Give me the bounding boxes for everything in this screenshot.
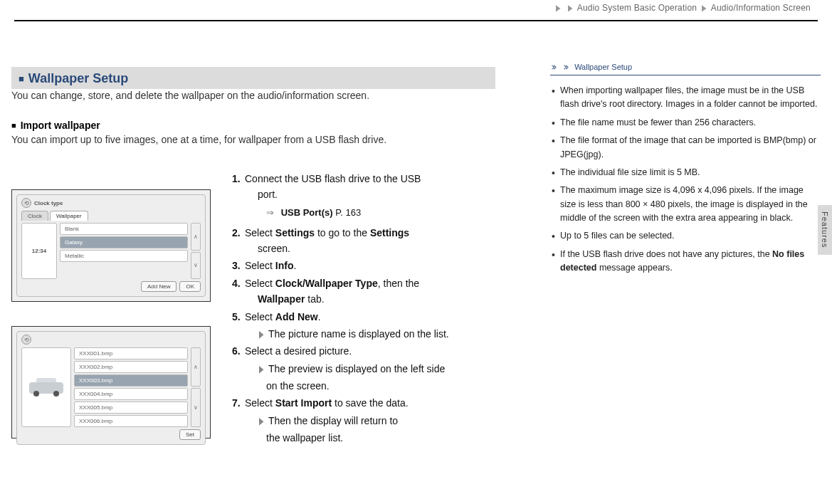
side-bullet: Up to 5 files can be selected. xyxy=(550,229,821,243)
shot1-add-new-button: Add New xyxy=(141,281,177,292)
side-bullet: The maximum image size is 4,096 x 4,096 … xyxy=(550,184,821,225)
breadcrumb-seg-1: Audio System Basic Operation xyxy=(577,3,697,13)
header-rule xyxy=(0,20,832,21)
shot1-row-metallic: Metallic xyxy=(60,250,188,262)
screenshots-column: ⟲ Clock type Clock Wallpaper 12:34 Blank… xyxy=(11,189,218,493)
s7b: Start Import xyxy=(275,397,332,409)
s2d: screen. xyxy=(245,241,502,256)
shot2-preview xyxy=(21,347,71,427)
shot1-tab-wallpaper: Wallpaper xyxy=(50,211,88,221)
s2b2: Settings xyxy=(370,227,409,238)
screenshot-wallpaper-type: ⟲ Clock type Clock Wallpaper 12:34 Blank… xyxy=(11,189,211,302)
clock-value: 12:34 xyxy=(32,248,46,254)
shot2-row: XXX005.bmp xyxy=(74,401,188,414)
link-usb-ports[interactable]: ⇒ USB Port(s) P. 163 xyxy=(245,206,502,221)
step-6: Select a desired picture. ▶The preview i… xyxy=(232,343,502,394)
side-notes: ≫ ≫ Wallpaper Setup When importing wallp… xyxy=(550,63,821,493)
side-title: Wallpaper Setup xyxy=(574,63,632,71)
step-1b: port. xyxy=(245,187,502,202)
shot1-preview: 12:34 xyxy=(21,223,57,279)
steps-list: Connect the USB flash drive to the USB p… xyxy=(232,171,502,448)
s3a: Select xyxy=(245,260,275,271)
s2c: to go to the xyxy=(315,227,370,238)
s6sub-b: on the screen. xyxy=(245,378,502,394)
triangle-icon: ▶ xyxy=(259,413,264,429)
chevron-icon: ≫ xyxy=(564,63,569,72)
s4c: , then the xyxy=(378,278,419,289)
chevron-icon: ▶ xyxy=(556,3,560,13)
step-4: Select Clock/Wallpaper Type, then the Wa… xyxy=(232,275,502,308)
step-2: Select Settings to go to the Settings sc… xyxy=(232,225,502,257)
scroll-up-icon: ∧ xyxy=(191,223,201,251)
vehicle-icon xyxy=(26,377,66,398)
breadcrumb: ▶ ▶ Audio System Basic Operation ▶ Audio… xyxy=(554,3,811,13)
triangle-icon: ▶ xyxy=(259,326,264,342)
breadcrumb-seg-2: Audio/Information Screen xyxy=(711,3,811,13)
step-1: Connect the USB flash drive to the USB p… xyxy=(232,171,502,221)
shot2-row: XXX003.bmp xyxy=(74,374,188,387)
scroll-down-icon: ∨ xyxy=(191,252,201,280)
side-bullet: If the USB flash drive does not have any… xyxy=(550,248,821,275)
step-3: Select Info. xyxy=(232,258,502,273)
side-b7a: If the USB flash drive does not have any… xyxy=(560,249,772,259)
s3c: . xyxy=(293,260,296,271)
side-heading: ≫ ≫ Wallpaper Setup xyxy=(550,63,821,75)
s7sub-a: Then the display will return to xyxy=(268,415,398,426)
s7sub: ▶Then the display will return to xyxy=(245,413,502,429)
s6: Select a desired picture. xyxy=(245,345,352,357)
chevron-icon: ▶ xyxy=(568,3,572,13)
s5sub: ▶The picture name is displayed on the li… xyxy=(245,326,502,342)
side-bullet: When importing wallpaper files, the imag… xyxy=(550,84,821,112)
s4d: Wallpaper xyxy=(258,293,305,305)
s2b1: Settings xyxy=(275,227,315,238)
shot2-set-button: Set xyxy=(179,429,201,440)
screenshot-file-list: ⟲ XXX001.bmp XXX002.bmp XXX003.bmp XXX00… xyxy=(11,326,211,439)
arrow-icon: ⇒ xyxy=(266,207,274,218)
step-5: Select Add New. ▶The picture name is dis… xyxy=(232,309,502,342)
shot1-row-galaxy: Galaxy xyxy=(60,236,188,248)
scroll-up-icon: ∧ xyxy=(191,347,201,387)
side-bullet: The file format of the image that can be… xyxy=(550,134,821,162)
side-b7c: message appears. xyxy=(596,263,672,273)
s2a: Select xyxy=(245,227,275,238)
back-icon: ⟲ xyxy=(21,198,31,208)
s5sub-text: The picture name is displayed on the lis… xyxy=(268,328,449,340)
s7sub-b: the wallpaper list. xyxy=(245,430,502,446)
s5a: Select xyxy=(245,311,275,322)
s4a: Select xyxy=(245,278,275,289)
s4e: tab. xyxy=(305,293,324,305)
back-icon: ⟲ xyxy=(21,335,31,345)
scroll-down-icon: ∨ xyxy=(191,388,201,427)
shot1-title: Clock type xyxy=(34,200,63,206)
shot2-row: XXX006.bmp xyxy=(74,415,188,427)
s5b: Add New xyxy=(275,311,318,322)
triangle-icon: ▶ xyxy=(259,361,264,377)
shot1-tab-clock: Clock xyxy=(21,211,48,221)
chevron-icon: ▶ xyxy=(702,3,706,13)
s6sub: ▶The preview is displayed on the left si… xyxy=(245,361,502,377)
s7c: to save the data. xyxy=(332,397,408,409)
s4b: Clock/Wallpaper Type xyxy=(275,278,378,289)
s6sub-a: The preview is displayed on the left sid… xyxy=(268,363,445,374)
step-1a: Connect the USB flash drive to the USB xyxy=(245,173,421,184)
shot2-row: XXX004.bmp xyxy=(74,388,188,400)
features-tab: Features xyxy=(818,205,832,255)
shot1-ok-button: OK xyxy=(179,281,201,292)
link-label: USB Port(s) xyxy=(281,207,333,218)
s7a: Select xyxy=(245,397,275,409)
step-7: Select Start Import to save the data. ▶T… xyxy=(232,395,502,446)
link-page: P. 163 xyxy=(335,207,361,218)
s5c: . xyxy=(318,311,321,322)
shot2-row: XXX002.bmp xyxy=(74,361,188,373)
chevron-icon: ≫ xyxy=(552,63,557,72)
s3b: Info xyxy=(275,260,294,271)
side-bullet: The file name must be fewer than 256 cha… xyxy=(550,116,821,130)
side-bullet: The individual file size limit is 5 MB. xyxy=(550,166,821,179)
shot2-row: XXX001.bmp xyxy=(74,347,188,359)
shot1-row-blank: Blank xyxy=(60,223,188,235)
s4de: Wallpaper tab. xyxy=(245,291,502,307)
